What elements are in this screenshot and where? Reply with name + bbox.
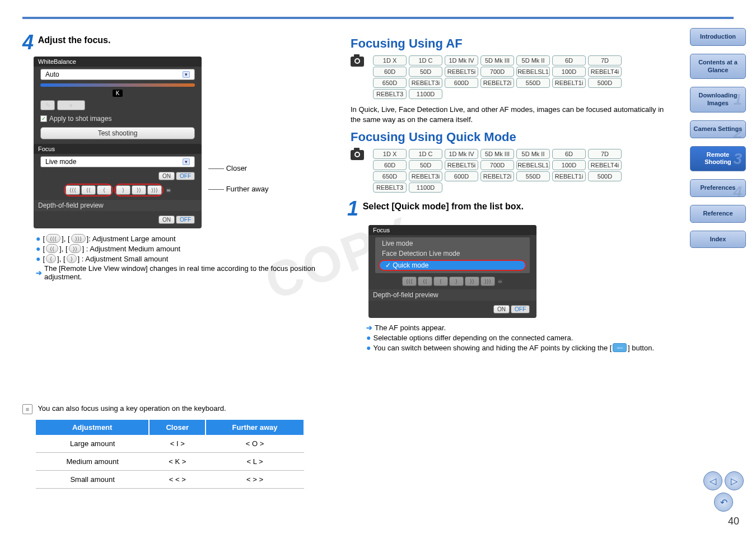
nav-contents[interactable]: Contents at a Glance: [690, 54, 746, 79]
further-label: Further away: [226, 185, 269, 193]
focus-on-btn: ON: [158, 172, 175, 180]
double-left-icon: ⟨⟨: [46, 244, 58, 253]
model-chip: 50D: [409, 160, 442, 170]
nav-preferences[interactable]: Preferences4: [690, 179, 746, 197]
prev-page-button[interactable]: ◁: [703, 471, 722, 490]
dropdown-arrow-icon: ▾: [183, 71, 190, 78]
arrow-icon: ⟩⟩⟩: [480, 277, 495, 286]
th-further: Further away: [206, 420, 304, 435]
nav-index[interactable]: Index: [690, 231, 746, 249]
dropdown-arrow-icon: ▾: [183, 158, 190, 165]
td-r3c1: Small amount: [36, 471, 149, 489]
arrow-icon: ⟨⟨: [418, 277, 432, 286]
model-chip: 5D Mk II: [516, 149, 550, 159]
wb-value: Auto: [45, 71, 59, 78]
ghost-3-icon: 3: [733, 149, 742, 168]
arrow-icon: ⟩⟩: [465, 277, 479, 286]
nav-introduction[interactable]: Introduction: [690, 28, 746, 46]
nav-reference[interactable]: Reference: [690, 205, 746, 223]
model-chip: REBELT3: [373, 182, 407, 193]
model-chip: 60D: [373, 67, 407, 77]
focus-closer-large-icon: ⟨⟨⟨: [66, 185, 80, 195]
b2-text-a: [: [43, 245, 45, 253]
white-balance-panel: WhiteBalance Auto ▾ K ✎ ▾: [34, 57, 202, 228]
model-chip: REBELT3: [373, 89, 407, 99]
back-button[interactable]: ↶: [714, 493, 733, 512]
step1-title: Select [Quick mode] from the list box.: [363, 202, 524, 212]
focus-mode-value: Live mode: [45, 158, 76, 166]
focus-closer-med-icon: ⟨⟨: [81, 185, 96, 195]
nav-downloading[interactable]: Downloading Images1: [690, 87, 746, 113]
dropper-dropdown: ▾: [57, 100, 85, 110]
model-chip: REBELT1i: [552, 171, 586, 181]
model-chip: REBELSL1: [516, 67, 550, 77]
nav-remote-shooting[interactable]: Remote Shooting3: [690, 146, 746, 172]
quick-on-btn: ON: [493, 305, 510, 313]
model-chip: 5D Mk III: [480, 55, 514, 65]
td-r3c2: < < >: [149, 471, 206, 489]
quick-face-mode: Face Detection Live mode: [375, 249, 530, 259]
b1-text-a: [: [43, 235, 45, 243]
model-chip: 5D Mk II: [516, 55, 550, 65]
top-div-line: [22, 17, 734, 19]
focus-further-group: ⟩ ⟩⟩ ⟩⟩⟩: [114, 184, 164, 196]
focus-further-med-icon: ⟩⟩: [132, 185, 146, 195]
model-chip: 6D: [552, 149, 586, 159]
page-number: 40: [728, 516, 739, 527]
model-chip: 1D X: [373, 149, 407, 159]
model-chip: 7D: [588, 149, 622, 159]
b4-text: The [Remote Live View window] changes in…: [44, 264, 336, 281]
model-chip: 1D X: [373, 55, 407, 65]
model-chip: REBELT5i: [445, 67, 478, 77]
bullet-dot-icon: ●: [366, 343, 371, 352]
quick-mode-selected: Quick mode: [379, 260, 526, 271]
model-chip: REBELT3i: [409, 171, 442, 181]
p3a-text: You can switch between showing and hidin…: [373, 344, 612, 352]
arrow-icon: ⟨⟨⟨: [402, 277, 417, 286]
model-chip: 6D: [552, 55, 586, 65]
bullet-dot-icon: ●: [366, 333, 371, 342]
result-arrow-icon: ➔: [36, 269, 42, 277]
further-annotation: Further away: [208, 185, 269, 193]
model-chip: REBELT4i: [588, 160, 622, 170]
model-chip: 1D C: [409, 55, 442, 65]
b3-text-c: ] : Adjustment Small amount: [78, 255, 169, 263]
ghost-1-icon: 1: [733, 90, 742, 109]
triple-left-icon: ⟨⟨⟨: [46, 234, 60, 243]
model-chip: REBELT2i: [480, 78, 514, 88]
nav-downloading-label: Downloading Images: [698, 92, 737, 106]
quick-live-mode: Live mode: [375, 238, 530, 249]
wb-select: Auto ▾: [40, 69, 195, 80]
focus-mode-select: Live mode ▾: [40, 156, 195, 167]
keyboard-table: Adjustment Closer Further away Large amo…: [36, 420, 305, 489]
b3-text-b: ], [: [57, 255, 65, 263]
model-chip: 50D: [409, 67, 442, 77]
model-chip: 1D Mk IV: [445, 55, 478, 65]
td-r1c3: < O >: [206, 435, 304, 453]
note-icon: ≡: [22, 404, 32, 414]
model-chip: 650D: [373, 171, 407, 181]
b1-text-b: ], [: [62, 235, 69, 243]
model-chip: 550D: [516, 171, 550, 181]
quick-model-grid: 1D X 1D C 1D Mk IV 5D Mk III 5D Mk II 6D…: [373, 148, 622, 194]
model-chip: 7D: [588, 55, 622, 65]
single-left-icon: ⟨: [46, 254, 56, 263]
adjustment-bullets: ● [ ⟨⟨⟨ ], [ ⟩⟩⟩ ]: Adjustment Large amo…: [36, 234, 336, 281]
bullet-dot-icon: ●: [36, 244, 40, 253]
model-chip: REBELT5i: [445, 160, 478, 170]
td-r2c2: < K >: [149, 453, 206, 471]
model-chip: 500D: [588, 171, 622, 181]
arrow-icon: ⟨: [433, 277, 448, 286]
td-r3c3: < > >: [206, 471, 304, 489]
td-r1c1: Large amount: [36, 435, 149, 453]
p3b-text: ] button.: [628, 344, 654, 352]
next-page-button[interactable]: ▷: [725, 471, 744, 490]
model-chip: REBELT4i: [588, 67, 622, 77]
single-right-icon: ⟩: [67, 254, 77, 263]
keyboard-note-text: You can also focus using a key operation…: [38, 404, 226, 413]
triple-right-icon: ⟩⟩⟩: [71, 234, 86, 243]
model-chip: 650D: [373, 78, 407, 88]
model-chip: REBELSL1: [516, 160, 550, 170]
nav-camera-settings[interactable]: Camera Settings2: [690, 120, 746, 138]
model-chip: 700D: [480, 160, 514, 170]
